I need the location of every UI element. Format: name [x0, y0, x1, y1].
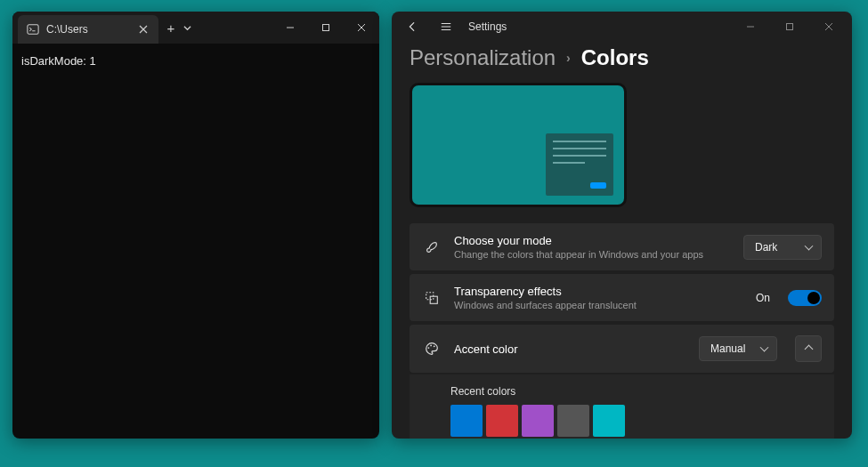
terminal-window: C:\Users + isDarkMode: 1 [12, 12, 379, 439]
preview-window-mock [546, 133, 613, 196]
minimize-button[interactable] [272, 12, 308, 44]
settings-content: Personalization › Colors Choose your mod… [392, 42, 852, 439]
breadcrumb-current: Colors [581, 45, 649, 70]
choose-mode-row: Choose your mode Change the colors that … [410, 223, 834, 270]
palette-icon [422, 341, 442, 357]
svg-rect-0 [28, 25, 38, 35]
accent-color-row: Accent color Manual [410, 325, 834, 373]
settings-maximize-button[interactable] [772, 13, 807, 40]
tab-dropdown-button[interactable] [183, 24, 201, 32]
terminal-titlebar: C:\Users + [12, 12, 379, 44]
transparency-toggle[interactable] [788, 290, 822, 306]
recent-colors-section: Recent colors [410, 374, 834, 439]
transparency-row: Transparency effects Windows and surface… [410, 274, 834, 321]
maximize-button[interactable] [308, 12, 344, 44]
recent-colors-label: Recent colors [450, 385, 822, 398]
transparency-desc: Windows and surfaces appear translucent [454, 300, 743, 310]
terminal-body[interactable]: isDarkMode: 1 [12, 44, 379, 78]
settings-minimize-button[interactable] [733, 13, 768, 40]
accent-expand-button[interactable] [795, 335, 822, 362]
svg-point-6 [430, 345, 432, 347]
svg-point-5 [428, 347, 430, 349]
brush-icon [422, 239, 442, 255]
svg-point-7 [434, 345, 435, 347]
color-preview [410, 83, 627, 207]
svg-rect-2 [787, 24, 793, 30]
color-swatch[interactable] [522, 405, 554, 437]
tab-title: C:\Users [46, 23, 130, 36]
breadcrumb: Personalization › Colors [410, 45, 834, 70]
settings-close-button[interactable] [811, 13, 847, 40]
app-title: Settings [468, 20, 507, 33]
settings-titlebar: Settings [392, 12, 852, 42]
mode-desc: Change the colors that appear in Windows… [454, 249, 731, 260]
new-tab-button[interactable]: + [158, 20, 183, 36]
color-swatch[interactable] [593, 405, 625, 437]
transparency-title: Transparency effects [454, 285, 743, 298]
close-window-button[interactable] [344, 12, 379, 44]
terminal-tab[interactable]: C:\Users [18, 15, 158, 44]
svg-rect-1 [323, 25, 329, 31]
chevron-right-icon: › [566, 51, 571, 65]
mode-dropdown[interactable]: Dark [743, 235, 822, 260]
toggle-state-label: On [756, 292, 770, 304]
recent-color-swatches [450, 405, 822, 437]
breadcrumb-parent[interactable]: Personalization [410, 45, 556, 70]
accent-title: Accent color [454, 342, 686, 356]
terminal-output-line: isDarkMode: 1 [21, 54, 370, 68]
menu-button[interactable] [431, 13, 461, 40]
accent-dropdown[interactable]: Manual [699, 336, 777, 361]
settings-window: Settings Personalization › Colors [392, 12, 852, 439]
close-tab-button[interactable] [137, 23, 150, 36]
transparency-icon [422, 290, 442, 306]
back-button[interactable] [397, 13, 427, 40]
color-swatch[interactable] [557, 405, 589, 437]
color-swatch[interactable] [486, 405, 518, 437]
color-swatch[interactable] [450, 405, 483, 437]
mode-title: Choose your mode [454, 234, 731, 247]
terminal-icon [27, 23, 39, 36]
